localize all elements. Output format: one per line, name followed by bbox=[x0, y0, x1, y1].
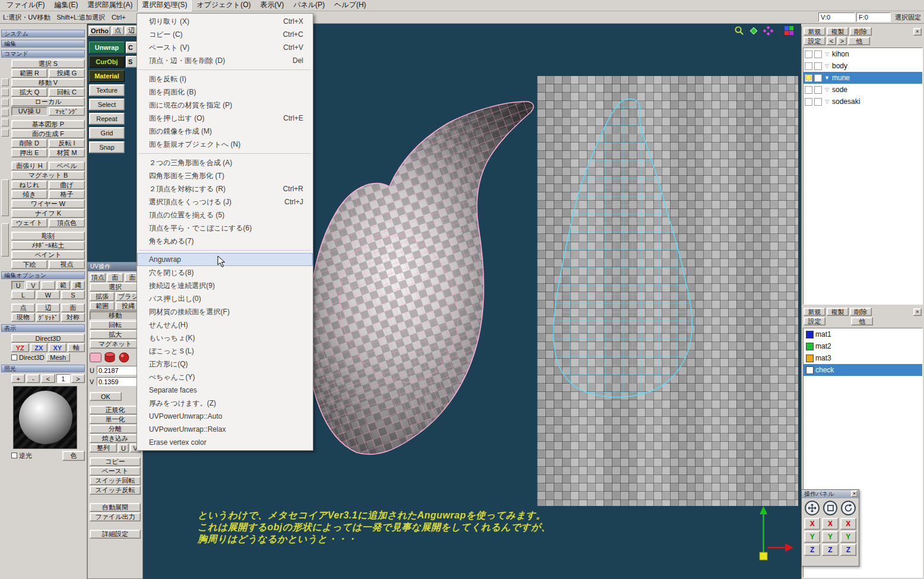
object-lock-cell[interactable] bbox=[814, 62, 822, 70]
uv-tool-button[interactable]: 面 bbox=[107, 273, 123, 282]
menu-item[interactable]: 頂点の位置を揃える (5) bbox=[137, 208, 313, 222]
u-input[interactable] bbox=[97, 366, 141, 375]
uv-action-button[interactable]: ペースト bbox=[90, 467, 141, 476]
edit-option-button[interactable]: 縄 bbox=[71, 281, 85, 290]
command-button[interactable]: 傾き bbox=[11, 190, 47, 199]
command-button[interactable]: ナイフ K bbox=[11, 209, 85, 218]
section-header-edit-options[interactable]: 編集オプション bbox=[1, 271, 85, 279]
menu-item[interactable] bbox=[137, 67, 313, 72]
tool-strip-icon[interactable] bbox=[1, 78, 9, 86]
object-panel-button[interactable]: 複製 bbox=[827, 27, 849, 36]
expand-arrow-icon[interactable]: ▽ bbox=[824, 51, 830, 57]
menu-bar-item[interactable]: 編集(E) bbox=[49, 0, 82, 11]
menu-item[interactable] bbox=[137, 248, 313, 253]
uv-action-button[interactable]: 詳細設定 bbox=[90, 530, 141, 539]
uv-tool-button[interactable]: 頂点 bbox=[90, 273, 106, 282]
object-list-item[interactable]: ▽ body bbox=[804, 60, 922, 72]
menu-item[interactable]: Separate faces bbox=[137, 384, 313, 397]
uv-action-button[interactable]: 正規化 bbox=[90, 406, 141, 415]
section-header-display[interactable]: 表示 bbox=[1, 324, 85, 332]
menu-item[interactable]: ２頂点を対称にする (R) Ctrl+R bbox=[137, 182, 313, 195]
object-panel-button[interactable]: 設定 bbox=[804, 37, 825, 45]
object-lock-cell[interactable] bbox=[814, 74, 822, 82]
axis-button[interactable]: X bbox=[804, 518, 820, 530]
lighting-button[interactable]: < bbox=[41, 374, 55, 383]
menu-item[interactable]: 面を両面化 (B) bbox=[137, 86, 313, 99]
operation-panel-close-icon[interactable] bbox=[851, 491, 858, 497]
uv-panel-title[interactable]: UV操作 bbox=[88, 262, 142, 271]
object-list-item[interactable]: ▽ sodesaki bbox=[804, 96, 922, 107]
view-color-quad-icon[interactable] bbox=[785, 26, 793, 35]
command-button[interactable]: 反転 I bbox=[49, 139, 85, 148]
command-button[interactable]: ローカル bbox=[11, 97, 85, 106]
menu-item[interactable]: 切り取り (X) Ctrl+X bbox=[137, 15, 313, 28]
object-panel-button[interactable]: > bbox=[837, 37, 847, 45]
tool-button[interactable]: Repeat bbox=[89, 113, 125, 125]
light-color-button[interactable]: 色 bbox=[62, 451, 85, 461]
menu-item[interactable]: UVPowerUnwrap::Auto bbox=[137, 410, 313, 423]
menu-item[interactable]: ぼこっとＳ(L) bbox=[137, 344, 313, 357]
lighting-preview[interactable] bbox=[13, 386, 77, 449]
uv-action-button[interactable]: 自動展開 bbox=[90, 503, 141, 512]
object-panel-close-icon[interactable] bbox=[913, 28, 922, 36]
pan-icon[interactable] bbox=[749, 26, 758, 36]
uv-action-button[interactable]: 整列 bbox=[90, 444, 117, 453]
material-panel-button[interactable]: 設定 bbox=[804, 317, 825, 325]
brush-cylinder-icon[interactable] bbox=[104, 352, 116, 363]
v-input[interactable] bbox=[97, 377, 141, 386]
axis-view-button[interactable]: XY bbox=[49, 343, 66, 352]
uv-action-button[interactable]: コピー bbox=[90, 457, 141, 466]
lighting-button[interactable]: + bbox=[11, 374, 25, 383]
edit-option-button[interactable]: 辺 bbox=[36, 303, 60, 312]
menu-item[interactable]: 頂点・辺・面を削除 (D) Del bbox=[137, 54, 313, 67]
edit-option-button[interactable]: 現物 bbox=[11, 313, 35, 322]
menu-bar-item[interactable]: ファイル(F) bbox=[2, 0, 49, 11]
object-list-item[interactable]: ▽ kihon bbox=[804, 48, 922, 60]
section-header-command[interactable]: コマンド bbox=[1, 50, 85, 58]
menu-item[interactable]: 穴を閉じる(8) bbox=[137, 266, 313, 279]
backlight-checkbox[interactable] bbox=[11, 453, 17, 458]
rotate-tool-icon[interactable] bbox=[841, 501, 856, 515]
menu-item[interactable]: 面の鏡像を作成 (M) bbox=[137, 125, 313, 138]
command-button[interactable]: 削除 D bbox=[11, 139, 47, 148]
tool-strip-icon[interactable] bbox=[1, 109, 9, 116]
axis-button[interactable]: Z bbox=[804, 544, 820, 556]
ortho-button[interactable]: Ortho bbox=[89, 26, 110, 35]
command-button[interactable]: ペイント bbox=[11, 251, 85, 260]
menu-item[interactable]: 接続辺を連続選択(9) bbox=[137, 279, 313, 292]
edit-option-button[interactable] bbox=[41, 281, 55, 290]
menu-item[interactable]: パス押し出し(0) bbox=[137, 292, 313, 305]
uv-tool-button[interactable]: 拡張 bbox=[90, 292, 115, 301]
edit-option-button[interactable]: 範 bbox=[56, 281, 70, 290]
menu-bar-item[interactable]: 表示(V) bbox=[255, 0, 288, 11]
expand-arrow-icon[interactable]: ▽ bbox=[824, 87, 830, 93]
command-button[interactable]: 材質 M bbox=[49, 148, 85, 157]
tool-strip-icon[interactable] bbox=[1, 88, 9, 96]
command-button[interactable]: ウェイト bbox=[11, 219, 47, 227]
material-list-item[interactable]: mat3 bbox=[804, 352, 922, 364]
edit-option-button[interactable]: L bbox=[11, 290, 35, 299]
uv-tool-button[interactable]: 移動 bbox=[90, 311, 141, 320]
menu-item[interactable] bbox=[137, 151, 313, 156]
axis-button[interactable]: X bbox=[840, 518, 856, 530]
menu-bar-item[interactable]: パネル(P) bbox=[288, 0, 329, 11]
menu-item[interactable]: 面を新規オブジェクトへ (N) bbox=[137, 138, 313, 151]
uv-action-button[interactable]: 単一化 bbox=[90, 415, 141, 424]
brush-sphere-icon[interactable] bbox=[118, 352, 130, 363]
menu-bar-item[interactable]: オブジェクト(O) bbox=[192, 0, 255, 11]
edit-option-button[interactable]: 対称 bbox=[61, 313, 85, 322]
command-button[interactable]: 面の生成 F bbox=[11, 129, 85, 138]
object-visibility-cell[interactable] bbox=[805, 86, 812, 94]
uv-tool-button[interactable]: マグネット bbox=[90, 340, 141, 349]
direct3d-checkbox[interactable] bbox=[11, 355, 17, 360]
object-list-item[interactable]: ▽ sode bbox=[804, 84, 922, 96]
command-button[interactable]: 視点 bbox=[49, 260, 85, 269]
mesh-button[interactable]: Mesh bbox=[46, 353, 70, 362]
tool-strip-icon[interactable] bbox=[1, 99, 9, 106]
material-list-item[interactable]: mat2 bbox=[804, 340, 922, 352]
edit-option-button[interactable]: S bbox=[61, 290, 85, 299]
object-visibility-cell[interactable] bbox=[805, 50, 812, 58]
uv-tool-button[interactable]: 範囲 bbox=[90, 302, 115, 311]
object-visibility-cell[interactable] bbox=[805, 74, 812, 82]
uv-action-button[interactable]: スイッチ回転 bbox=[90, 476, 141, 485]
